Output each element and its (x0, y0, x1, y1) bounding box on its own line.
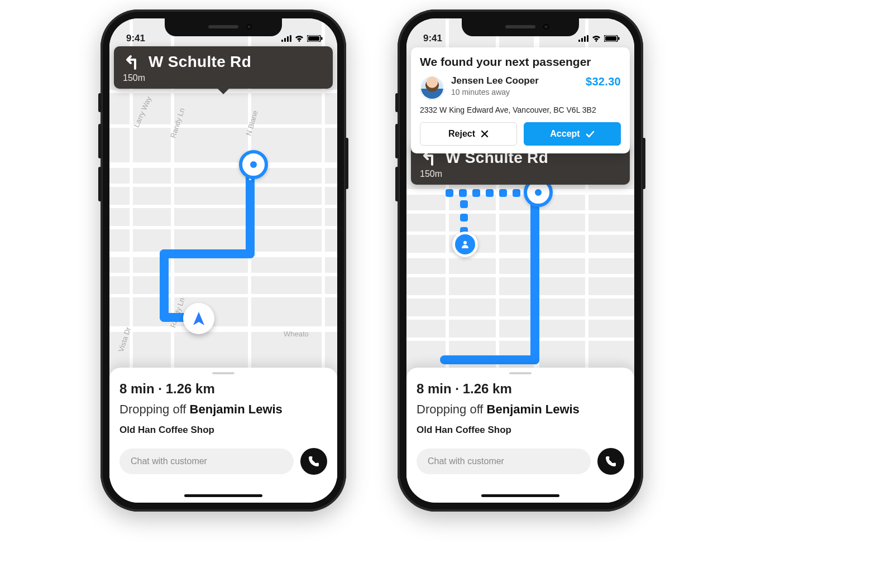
road-label: Larry Way (132, 95, 154, 129)
phone-icon (605, 455, 617, 467)
route-segment (440, 355, 539, 364)
chat-placeholder: Chat with customer (131, 456, 207, 466)
drop-prefix: Dropping off (119, 402, 190, 416)
chat-placeholder: Chat with customer (428, 456, 504, 466)
turn-left-icon (122, 53, 140, 71)
destination-poi: Old Han Coffee Shop (119, 425, 327, 436)
wifi-icon (592, 35, 601, 42)
turn-distance: 150m (123, 73, 323, 83)
route-segment (530, 186, 539, 364)
battery-icon (307, 35, 323, 42)
drop-passenger-name: Benjamin Lewis (487, 402, 580, 416)
fare-amount: $32.30 (586, 75, 621, 88)
route-dash (446, 189, 534, 197)
notif-title: We found your next passenger (420, 55, 621, 69)
route-dash (460, 200, 468, 235)
close-icon (481, 130, 489, 138)
wifi-icon (295, 35, 304, 42)
route-segment (160, 249, 255, 258)
sheet-handle[interactable] (212, 372, 234, 374)
drop-prefix: Dropping off (417, 402, 487, 416)
home-indicator (184, 494, 262, 497)
status-time: 9:41 (423, 33, 442, 44)
drop-passenger-name: Benjamin Lewis (190, 402, 283, 416)
turn-distance: 150m (420, 169, 620, 179)
next-passenger-card: We found your next passenger Jensen Lee … (411, 47, 630, 153)
call-button[interactable] (597, 448, 624, 475)
phone-icon (308, 455, 320, 467)
passenger-eta: 10 minutes away (451, 88, 579, 97)
trip-eta: 8 min · 1.26 km (417, 381, 624, 397)
next-passenger-pin[interactable] (452, 232, 478, 257)
cellular-icon (578, 35, 588, 42)
passenger-name: Jensen Lee Cooper (451, 75, 579, 86)
route-segment (160, 249, 169, 322)
sheet-handle[interactable] (509, 372, 532, 374)
accept-button[interactable]: Accept (524, 122, 621, 146)
road-label: Wheato (284, 330, 309, 338)
destination-pin[interactable] (239, 150, 268, 179)
cellular-icon (281, 35, 291, 42)
vehicle-marker (183, 303, 214, 334)
chat-input[interactable]: Chat with customer (119, 449, 294, 474)
call-button[interactable] (300, 448, 327, 475)
road-label: N Blane (245, 109, 260, 137)
battery-icon (604, 35, 620, 42)
destination-poi: Old Han Coffee Shop (417, 425, 624, 436)
reject-button[interactable]: Reject (420, 122, 517, 146)
accept-label: Accept (550, 129, 580, 139)
home-indicator (481, 494, 559, 497)
turn-street: W Schulte Rd (149, 53, 251, 71)
check-icon (586, 130, 595, 138)
status-time: 9:41 (126, 33, 145, 44)
passenger-avatar[interactable] (420, 75, 444, 100)
trip-bottom-sheet[interactable]: 8 min · 1.26 km Dropping off Benjamin Le… (406, 368, 634, 503)
trip-eta: 8 min · 1.26 km (119, 381, 327, 397)
chat-input[interactable]: Chat with customer (417, 449, 591, 474)
pickup-address: 2332 W King Edward Ave, Vancouver, BC V6… (420, 105, 621, 114)
trip-bottom-sheet[interactable]: 8 min · 1.26 km Dropping off Benjamin Le… (109, 368, 337, 503)
reject-label: Reject (448, 129, 475, 139)
person-icon (461, 240, 470, 249)
